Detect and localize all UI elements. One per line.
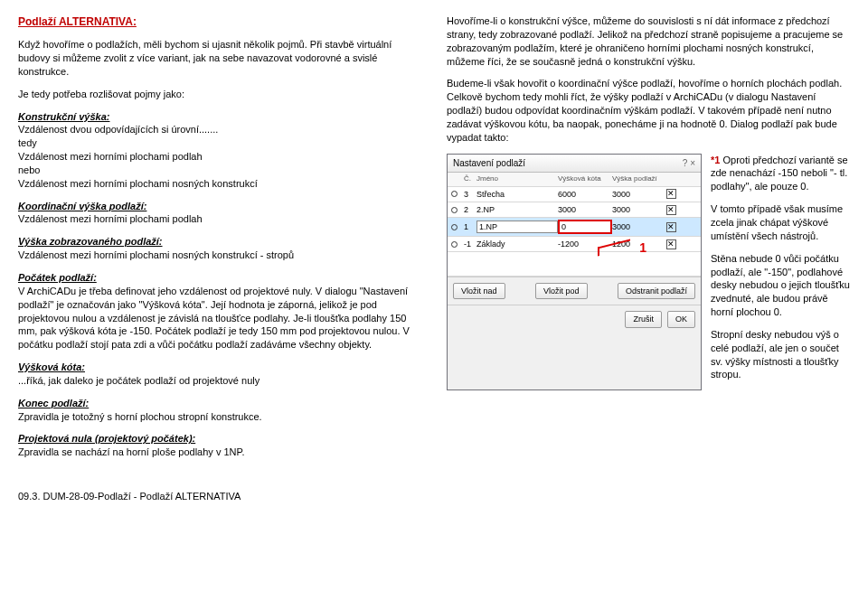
cell-num: 2 <box>464 204 476 215</box>
side-text-block: *1 Oproti předchozí variantě se zde nena… <box>711 154 850 391</box>
cell-vyska: 3000 <box>612 189 666 200</box>
para: V tomto případě však musíme zcela jinak … <box>711 202 850 243</box>
cell-kota-input-highlighted[interactable]: 0 <box>558 220 612 234</box>
close-icon[interactable]: × <box>690 158 695 168</box>
term-heading: Projektová nula (projektový počátek): <box>18 433 195 444</box>
para: *1 Oproti předchozí variantě se zde nena… <box>711 154 850 194</box>
text: Zpravidla se nachází na horní ploše podl… <box>18 446 245 457</box>
para: Je tedy potřeba rozlišovat pojmy jako: <box>18 88 425 101</box>
text: V ArchiCADu je třeba definovat jeho vzdá… <box>18 286 410 350</box>
text: Vzdálenost mezi horními plochami podlah <box>18 213 203 224</box>
col-num: Č. <box>464 174 476 184</box>
checkbox-icon[interactable] <box>666 205 676 215</box>
cell-name: Střecha <box>476 189 558 200</box>
ok-button[interactable]: OK <box>667 311 695 327</box>
term-heading: Konec podlaží: <box>18 398 89 408</box>
dialog-button-row: Vložit nad Vložit pod Odstranit podlaží <box>448 277 701 305</box>
dialog-nastaveni-podlazi: Nastavení podlaží ? × Č. Jméno Výšková k… <box>447 154 702 391</box>
table-row[interactable]: 2 2.NP 3000 3000 <box>448 202 701 218</box>
checkbox-icon[interactable] <box>666 239 676 249</box>
row-marker-icon <box>451 207 458 213</box>
text: Oproti předchozí variantě se zde nenachá… <box>711 155 848 192</box>
checkbox-icon[interactable] <box>666 189 676 199</box>
para: Výška zobrazovaného podlaží: Vzdálenost … <box>18 235 425 262</box>
text: Vzdálenost mezi horními plochami nosných… <box>18 249 294 260</box>
para: Stěna nebude 0 vůči počátku podlaží, ale… <box>711 252 850 319</box>
insert-below-button[interactable]: Vložit pod <box>535 283 588 299</box>
para: Výšková kóta: ...říká, jak daleko je poč… <box>18 361 425 388</box>
table-row-selected[interactable]: 1 1.NP 0 3000 <box>448 218 701 237</box>
term-heading: Výšková kóta: <box>18 361 85 372</box>
col-vyska: Výška podlaží <box>612 174 666 184</box>
para: Počátek podlaží: V ArchiCADu je třeba de… <box>18 271 425 352</box>
para: Projektová nula (projektový počátek): Zp… <box>18 432 425 459</box>
text: ...říká, jak daleko je počátek podlaží o… <box>18 375 259 386</box>
annotation-1: 1 <box>639 239 646 257</box>
table-row[interactable]: 3 Střecha 6000 3000 <box>448 187 701 202</box>
cell-name-input[interactable]: 1.NP <box>476 221 558 233</box>
para: Konec podlaží: Zpravidla je totožný s ho… <box>18 397 425 424</box>
para: Koordinační výška podlaží: Vzdálenost me… <box>18 200 425 227</box>
cell-name: Základy <box>476 239 558 249</box>
footer-text: 09.3. DUM-28-09-Podlaží - Podlaží ALTERN… <box>18 490 850 503</box>
text: tedy <box>18 137 37 148</box>
cell-num: 3 <box>464 189 476 200</box>
term-heading: Výška zobrazovaného podlaží: <box>18 236 163 247</box>
checkbox-icon[interactable] <box>666 222 676 232</box>
para: Když hovoříme o podlažích, měli bychom s… <box>18 38 425 79</box>
row-marker-icon <box>451 224 458 230</box>
cell-num: -1 <box>464 239 476 249</box>
cell-kota: 3000 <box>558 204 612 215</box>
dialog-titlebar: Nastavení podlaží ? × <box>448 155 701 174</box>
term-heading: Počátek podlaží: <box>18 272 97 283</box>
row-marker-icon <box>451 191 458 197</box>
cell-kota: 6000 <box>558 189 612 200</box>
col-kota: Výšková kóta <box>558 174 612 184</box>
table-row[interactable]: -1 Základy -1200 1200 <box>448 237 701 252</box>
text: Zpravidla je totožný s horní plochou str… <box>18 411 262 422</box>
text: nebo <box>18 164 40 175</box>
para: Konstrukční výška: Vzdálenost dvou odpov… <box>18 110 425 191</box>
para: Stropní desky nebudou výš o celé podlaží… <box>711 328 850 381</box>
para: Budeme-li však hovořit o koordinační výš… <box>447 77 850 144</box>
cell-num: 1 <box>464 221 476 232</box>
text: Vzdálenost dvou odpovídajících si úrovní… <box>18 124 218 135</box>
cancel-button[interactable]: Zrušit <box>625 311 662 327</box>
dialog-button-row-bottom: Zrušit OK <box>448 305 701 333</box>
delete-floor-button[interactable]: Odstranit podlaží <box>618 283 695 299</box>
insert-above-button[interactable]: Vložit nad <box>453 283 505 299</box>
row-marker-icon <box>451 241 458 248</box>
cell-vyska: 3000 <box>612 204 666 215</box>
cell-name: 2.NP <box>476 204 558 215</box>
help-icon[interactable]: ? <box>683 158 688 168</box>
cell-vyska: 3000 <box>612 221 666 232</box>
dialog-header-row: Č. Jméno Výšková kóta Výška podlaží <box>448 173 701 187</box>
text: Vzdálenost mezi horními plochami podlah <box>18 151 203 162</box>
dialog-title-text: Nastavení podlaží <box>453 157 525 170</box>
star-ref: *1 <box>711 155 720 165</box>
right-column: Hovoříme-li o konstrukční výšce, můžeme … <box>447 14 850 468</box>
left-column: Podlaží ALTERNATIVA: Když hovoříme o pod… <box>18 14 425 468</box>
term-heading: Konstrukční výška: <box>18 111 109 122</box>
text: Vzdálenost mezi horními plochami nosných… <box>18 178 258 189</box>
para: Hovoříme-li o konstrukční výšce, můžeme … <box>447 14 850 68</box>
page-title: Podlaží ALTERNATIVA: <box>18 14 425 29</box>
col-name: Jméno <box>476 174 558 184</box>
term-heading: Koordinační výška podlaží: <box>18 201 146 211</box>
